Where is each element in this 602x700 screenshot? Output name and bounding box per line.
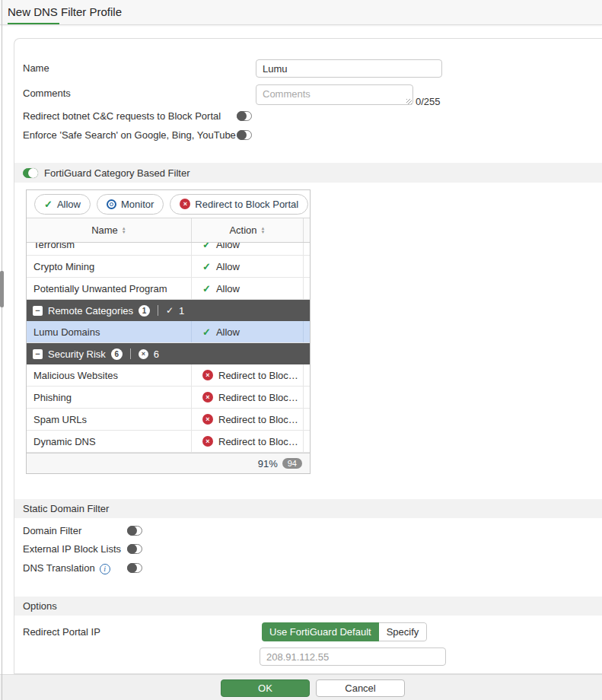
table-row[interactable]: Potentially Unwanted Program ✓ Allow — [27, 278, 310, 300]
allow-button[interactable]: ✓ Allow — [34, 194, 91, 215]
column-header-sliver — [304, 218, 310, 242]
group-name: Remote Categories — [48, 305, 133, 317]
group-count-badge: 6 — [111, 348, 123, 360]
table-row[interactable]: Phishing × Redirect to Bloc… — [27, 387, 310, 409]
ok-button[interactable]: OK — [221, 679, 310, 697]
scrollbar-thumb[interactable] — [0, 271, 4, 307]
check-icon: ✓ — [202, 243, 211, 250]
redirect-block-portal-button[interactable]: × Redirect to Block Portal — [170, 194, 308, 215]
check-icon: ✓ — [44, 199, 53, 210]
row-action: × Redirect to Bloc… — [192, 409, 304, 430]
row-action: × Redirect to Bloc… — [192, 364, 304, 386]
table-row[interactable]: Crypto Mining ✓ Allow — [27, 256, 310, 278]
block-icon: × — [202, 392, 213, 402]
comments-char-counter: 0/255 — [416, 96, 441, 107]
check-icon: ✓ — [202, 283, 211, 294]
block-icon: × — [202, 436, 213, 447]
toggle-knob — [237, 130, 247, 140]
block-icon: × — [139, 349, 148, 359]
static-domain-section-header: Static Domain Filter — [14, 499, 602, 518]
external-ip-toggle[interactable] — [127, 544, 142, 554]
name-input[interactable] — [256, 59, 442, 78]
dns-filter-profile-form: Name Comments 0/255 Redirect botnet C&C … — [14, 38, 602, 674]
row-action: ✓ Allow — [192, 321, 304, 342]
comments-label: Comments — [23, 84, 71, 103]
category-table: ✓ Allow Monitor × Redirect to Block Port… — [26, 189, 311, 474]
table-row-selected[interactable]: Lumu Domains ✓ Allow — [27, 321, 310, 343]
redirect-portal-ip-label: Redirect Portal IP — [23, 626, 100, 638]
fortiguard-section-header: FortiGuard Category Based Filter — [14, 163, 602, 183]
monitor-icon — [107, 199, 116, 209]
top-tab-bar: New DNS Filter Profile — [0, 0, 602, 25]
row-action: × Redirect to Bloc… — [192, 387, 304, 408]
check-icon: ✓ — [202, 326, 211, 338]
table-row[interactable]: Dynamic DNS × Redirect to Bloc… — [27, 431, 310, 453]
row-name: Malicious Websites — [27, 364, 192, 386]
redirect-botnet-toggle[interactable] — [237, 111, 252, 121]
column-header-name[interactable]: Name ▲▼ — [27, 218, 192, 242]
redirect-portal-ip-segmented-control: Use FortiGuard Default Specify — [262, 622, 427, 641]
dns-translation-toggle[interactable] — [127, 563, 142, 573]
domain-filter-label: Domain Filter — [23, 525, 81, 536]
segment-use-fortiguard-default[interactable]: Use FortiGuard Default — [262, 622, 379, 641]
toggle-knob — [237, 111, 247, 121]
row-name: Potentially Unwanted Program — [27, 278, 192, 299]
table-row[interactable]: Malicious Websites × Redirect to Bloc… — [27, 364, 310, 387]
block-icon: × — [202, 414, 213, 425]
options-section-title: Options — [23, 600, 57, 612]
table-row[interactable]: Terrorism ✓ Allow — [27, 243, 310, 256]
static-domain-section-title: Static Domain Filter — [23, 503, 109, 514]
toggle-knob — [28, 168, 38, 178]
table-row[interactable]: Spam URLs × Redirect to Bloc… — [27, 409, 310, 431]
row-action: ✓ Allow — [192, 243, 304, 256]
toggle-knob — [127, 526, 137, 536]
row-name: Terrorism — [27, 243, 192, 256]
redirect-botnet-label: Redirect botnet C&C requests to Block Po… — [23, 110, 221, 122]
collapse-icon[interactable]: − — [33, 306, 43, 316]
fortiguard-filter-toggle[interactable] — [23, 168, 38, 178]
row-action: × Redirect to Bloc… — [192, 431, 304, 452]
portal-ip-input[interactable] — [260, 648, 446, 666]
row-action: ✓ Allow — [192, 256, 304, 277]
collapse-icon[interactable]: − — [33, 349, 43, 359]
row-name: Dynamic DNS — [27, 431, 192, 452]
row-name: Crypto Mining — [27, 256, 192, 277]
coverage-percent: 91% — [258, 458, 278, 469]
safe-search-toggle[interactable] — [237, 130, 252, 140]
row-name: Lumu Domains — [27, 321, 192, 342]
divider — [158, 305, 158, 316]
window-edge-divider — [2, 0, 2, 700]
group-block-count: 6 — [154, 348, 159, 360]
options-section-header: Options — [14, 597, 602, 616]
external-ip-label: External IP Block Lists — [23, 543, 121, 555]
table-group-row-remote-categories[interactable]: − Remote Categories 1 ✓ 1 — [27, 300, 310, 321]
monitor-button[interactable]: Monitor — [97, 194, 164, 215]
name-label: Name — [23, 59, 49, 78]
page-title: New DNS Filter Profile — [8, 5, 122, 18]
row-action: ✓ Allow — [192, 278, 304, 299]
category-table-header: Name ▲▼ Action ▲▼ — [27, 218, 310, 243]
safe-search-label: Enforce 'Safe Search' on Google, Bing, Y… — [23, 129, 236, 141]
domain-filter-toggle[interactable] — [127, 526, 142, 536]
category-table-toolbar: ✓ Allow Monitor × Redirect to Block Port… — [27, 190, 310, 218]
segment-specify[interactable]: Specify — [379, 622, 428, 641]
block-icon: × — [202, 370, 213, 380]
divider — [130, 348, 131, 359]
group-count-badge: 1 — [139, 305, 150, 317]
category-count-badge: 94 — [282, 458, 302, 469]
toggle-knob — [127, 563, 137, 573]
fortiguard-section-title: FortiGuard Category Based Filter — [44, 167, 190, 179]
info-icon[interactable]: i — [100, 564, 110, 574]
column-header-action[interactable]: Action ▲▼ — [192, 218, 304, 242]
table-row-clipped: Terrorism ✓ Allow — [27, 243, 310, 256]
active-tab-indicator — [8, 23, 59, 24]
dns-translation-label: DNS Translationi — [23, 562, 110, 574]
block-icon: × — [180, 199, 190, 209]
comments-input[interactable] — [256, 84, 413, 105]
group-allow-count: 1 — [179, 305, 184, 317]
check-icon: ✓ — [202, 261, 211, 272]
sort-icon: ▲▼ — [261, 227, 266, 234]
group-name: Security Risk — [48, 348, 106, 360]
cancel-button[interactable]: Cancel — [316, 679, 405, 697]
table-group-row-security-risk[interactable]: − Security Risk 6 × 6 — [27, 343, 310, 364]
